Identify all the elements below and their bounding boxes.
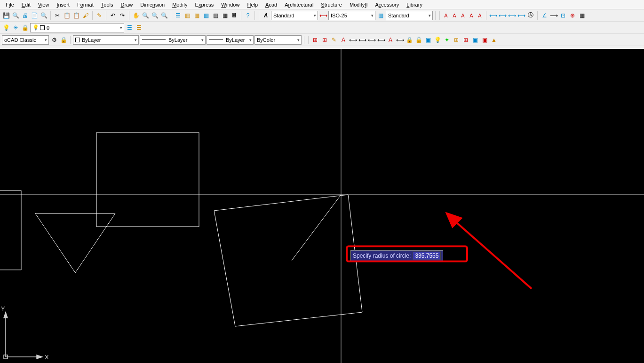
layer-sun-icon[interactable]: ☀	[11, 24, 20, 32]
tool-7-icon[interactable]: ⟷	[367, 36, 376, 44]
lineweight-dropdown[interactable]: ByLayer	[207, 35, 254, 45]
plot-icon[interactable]: 🖨	[21, 11, 29, 20]
menu-format[interactable]: Format	[73, 1, 97, 8]
menu-modify2[interactable]: ModifyII	[346, 1, 372, 8]
dim-continue-icon[interactable]: ⟷	[508, 11, 516, 20]
design-center-icon[interactable]: ▦	[183, 11, 191, 20]
dim-linear-icon[interactable]: ⟷	[489, 11, 497, 20]
tool-8-icon[interactable]: ⟷	[377, 36, 385, 44]
menu-acad[interactable]: Acad	[262, 1, 281, 8]
dim-icon[interactable]: ▦	[578, 11, 586, 20]
dynamic-input-value[interactable]: 335.7555	[413, 252, 441, 260]
tool-6-icon[interactable]: ⟷	[358, 36, 366, 44]
calculator-icon[interactable]: 🖩	[230, 11, 239, 20]
tool-3-icon[interactable]: ✎	[330, 36, 338, 44]
tool-4-icon[interactable]: A	[339, 36, 348, 44]
lock-icon[interactable]: 🔒	[405, 36, 413, 44]
menu-tools[interactable]: Tools	[97, 1, 117, 8]
tool-1-icon[interactable]: ⊞	[311, 36, 319, 44]
copy-icon[interactable]: 📋	[63, 11, 71, 20]
menu-insert[interactable]: Insert	[53, 1, 73, 8]
undo-icon[interactable]: ↶	[109, 11, 117, 20]
tool-11-icon[interactable]: ✦	[443, 36, 451, 44]
axis-x-label: X	[45, 354, 49, 361]
tool-15-icon[interactable]: ▣	[480, 36, 489, 44]
menu-help[interactable]: Help	[243, 1, 262, 8]
tool-2-icon[interactable]: ⊞	[320, 36, 329, 44]
tablestyle-icon[interactable]: ▦	[376, 11, 385, 20]
bulb2-icon[interactable]: 💡	[433, 36, 442, 44]
workspace-settings-icon[interactable]: ⚙	[50, 36, 58, 44]
unlock-icon[interactable]: 🔓	[414, 36, 423, 44]
centermark-icon[interactable]: ⊕	[568, 11, 577, 20]
tool-14-icon[interactable]: ▣	[471, 36, 479, 44]
layer-dropdown[interactable]: 💡 0	[30, 23, 124, 32]
tool-5-icon[interactable]: ⟷	[349, 36, 357, 44]
tool-16-icon[interactable]: ▲	[490, 36, 498, 44]
color-dropdown[interactable]: ByLayer	[73, 35, 139, 45]
dim-aligned-icon[interactable]: ⟷	[498, 11, 507, 20]
menu-window[interactable]: Window	[217, 1, 243, 8]
properties-icon[interactable]: ☰	[174, 11, 182, 20]
dim-baseline-icon[interactable]: ⟷	[517, 11, 525, 20]
paste-icon[interactable]: 📋	[72, 11, 80, 20]
layer-lock-icon[interactable]: 🔒	[21, 24, 29, 32]
zoom-previous-icon[interactable]: 🔍	[160, 11, 168, 20]
sheet-set-icon[interactable]: ▦	[202, 11, 210, 20]
zoom-realtime-icon[interactable]: 🔍	[141, 11, 150, 20]
cut-icon[interactable]: ✂	[53, 11, 62, 20]
zoom-window-icon[interactable]: 🔍	[151, 11, 159, 20]
pan-icon[interactable]: ✋	[132, 11, 140, 20]
menu-view[interactable]: View	[34, 1, 53, 8]
linetype-dropdown[interactable]: ByLayer	[140, 35, 206, 45]
tolerance-icon[interactable]: ⊡	[559, 11, 567, 20]
menu-express[interactable]: Express	[191, 1, 218, 8]
tool-12-icon[interactable]: ⊞	[452, 36, 461, 44]
drawing-canvas[interactable]: Y X Specify radius of circle: 335.7555	[0, 49, 644, 363]
save-icon[interactable]: 💾	[2, 11, 10, 20]
menu-accessory[interactable]: Accessory	[372, 1, 403, 8]
markup-icon[interactable]: ▦	[211, 11, 220, 20]
layer-bulb-icon[interactable]: 💡	[2, 24, 10, 32]
angle-icon[interactable]: ∠	[540, 11, 549, 20]
menu-edit[interactable]: Edit	[18, 1, 34, 8]
layer-previous-icon[interactable]: ☰	[135, 24, 143, 32]
textstyle-icon[interactable]: A	[262, 11, 270, 20]
plotstyle-dropdown[interactable]: ByColor	[254, 35, 302, 45]
plot-preview-icon[interactable]: 🔍	[11, 11, 20, 20]
menu-dimension[interactable]: Dimension	[136, 1, 168, 8]
dimstyle-dropdown[interactable]: ISO-25	[328, 11, 375, 20]
leader-icon[interactable]: ⟶	[549, 11, 558, 20]
menu-modify[interactable]: Modify	[168, 1, 191, 8]
menu-library[interactable]: Library	[403, 1, 426, 8]
dimstyle-icon[interactable]: ⟷	[319, 11, 327, 20]
dim-edit-icon[interactable]: Ⓐ	[526, 11, 535, 20]
tool-palettes-icon[interactable]: ▦	[192, 11, 201, 20]
style-a5-icon[interactable]: A	[476, 11, 484, 20]
tool-10-icon[interactable]: ⟷	[396, 36, 404, 44]
menu-file[interactable]: File	[2, 1, 18, 8]
style-a4-icon[interactable]: A	[468, 11, 475, 20]
menu-architectural[interactable]: Architectural	[281, 1, 317, 8]
help-icon[interactable]: ?	[244, 11, 252, 20]
textstyle-dropdown[interactable]: Standard	[271, 11, 318, 20]
tablestyle-dropdown[interactable]: Standard	[386, 11, 433, 20]
quickcalc-icon[interactable]: ▦	[221, 11, 229, 20]
workspace-dropdown[interactable]: oCAD Classic	[2, 35, 49, 45]
cube-icon[interactable]: ▣	[424, 36, 432, 44]
blockeditor-icon[interactable]: ✎	[95, 11, 103, 20]
style-a1-icon[interactable]: A	[442, 11, 450, 20]
menu-structure[interactable]: Structure	[317, 1, 346, 8]
tool-13-icon[interactable]: ⊞	[461, 36, 470, 44]
layer-manager-icon[interactable]: ☰	[125, 24, 134, 32]
style-a3-icon[interactable]: A	[459, 11, 467, 20]
menu-draw[interactable]: Draw	[117, 1, 136, 8]
canvas-svg	[0, 49, 644, 363]
tool-9-icon[interactable]: A	[386, 36, 395, 44]
redo-icon[interactable]: ↷	[118, 11, 127, 20]
find-icon[interactable]: 🔍	[40, 11, 48, 20]
matchprop-icon[interactable]: 🖌	[81, 11, 90, 20]
publish-icon[interactable]: 📄	[30, 11, 39, 20]
style-a2-icon[interactable]: A	[451, 11, 458, 20]
workspace-lock-icon[interactable]: 🔒	[59, 36, 68, 44]
